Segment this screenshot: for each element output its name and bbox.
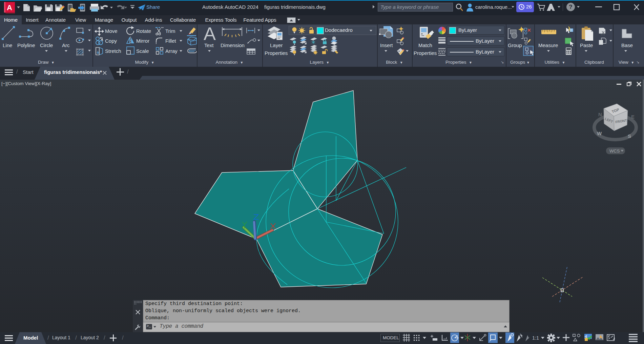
svg-text:WCS: WCS	[609, 148, 620, 154]
svg-text:A: A	[204, 24, 216, 44]
svg-text:S: S	[628, 133, 631, 139]
svg-text:E: E	[631, 114, 635, 120]
svg-text:N: N	[598, 112, 602, 117]
svg-text:W: W	[597, 130, 602, 136]
svg-text:1:1: 1:1	[532, 335, 539, 341]
svg-text:A: A	[7, 3, 12, 12]
